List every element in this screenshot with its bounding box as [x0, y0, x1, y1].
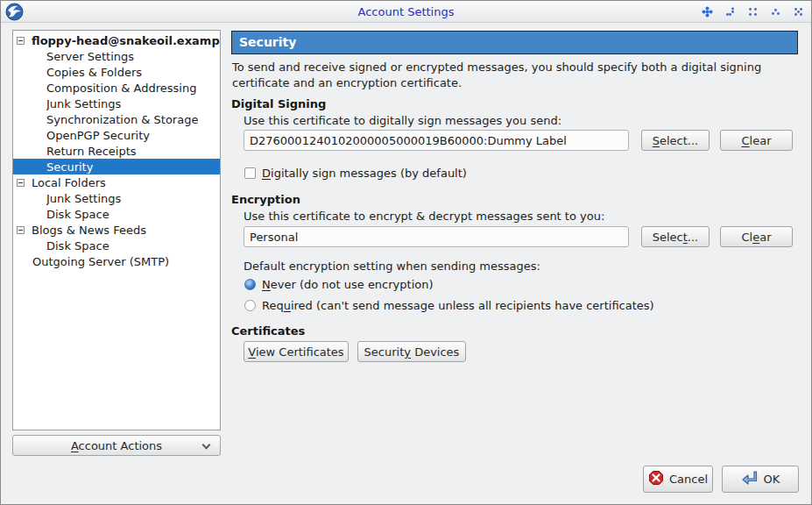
ok-icon: [741, 470, 759, 488]
sidebar-item-security[interactable]: Security: [13, 159, 220, 174]
chevron-down-icon: [202, 441, 211, 450]
collapse-icon[interactable]: [17, 226, 25, 234]
ok-label: OK: [764, 473, 780, 486]
cancel-button[interactable]: Cancel: [643, 466, 713, 493]
maximize-button[interactable]: [747, 6, 759, 18]
sidebar-item-local-disk-space[interactable]: Disk Space: [13, 206, 220, 222]
digitally-sign-label: Digitally sign messages (by default): [262, 167, 467, 180]
sidebar-item-composition-addressing[interactable]: Composition & Addressing: [13, 80, 220, 96]
collapse-icon[interactable]: [17, 37, 25, 45]
encryption-option-never: Never (do not use encryption): [244, 278, 434, 291]
signing-certificate-input[interactable]: [244, 130, 629, 151]
sidebar-item-outgoing-server[interactable]: Outgoing Server (SMTP): [13, 253, 220, 269]
default-encryption-label: Default encryption setting when sending …: [244, 260, 540, 273]
cancel-label: Cancel: [669, 473, 708, 486]
signing-select-button[interactable]: Select...: [641, 130, 710, 151]
radio-never-label: Never (do not use encryption): [262, 278, 434, 291]
encryption-clear-button[interactable]: Clear: [720, 226, 793, 247]
security-devices-button[interactable]: Security Devices: [357, 341, 466, 362]
radio-required[interactable]: [244, 300, 256, 311]
encryption-select-button[interactable]: Select...: [641, 226, 710, 247]
radio-required-label: Required (can't send message unless all …: [262, 299, 654, 312]
certificates-heading: Certificates: [231, 324, 305, 338]
ok-button[interactable]: OK: [722, 466, 799, 493]
account-tree: floppy-head@snakeoil.examp Server Settin…: [12, 30, 221, 430]
minimize-button[interactable]: [770, 6, 781, 18]
account-actions-button[interactable]: Account Actions: [12, 435, 221, 456]
panel-header: Security: [231, 31, 798, 54]
encryption-certificate-input[interactable]: [244, 226, 629, 247]
sidebar-item-junk-settings[interactable]: Junk Settings: [13, 96, 220, 111]
sidebar-item-openpgp-security[interactable]: OpenPGP Security: [13, 127, 220, 143]
intro-text: To send and receive signed or encrypted …: [232, 60, 786, 91]
sidebar-item-return-receipts[interactable]: Return Receipts: [13, 143, 220, 159]
sidebar-item-copies-folders[interactable]: Copies & Folders: [13, 64, 220, 80]
radio-never[interactable]: [244, 279, 256, 290]
encryption-hint: Use this certificate to encrypt & decryp…: [244, 210, 604, 223]
encryption-option-required: Required (can't send message unless all …: [244, 299, 654, 312]
digital-signing-heading: Digital Signing: [231, 97, 326, 110]
close-button[interactable]: [793, 6, 804, 18]
sidebar-item-blogs-news-feeds[interactable]: Blogs & News Feeds: [13, 222, 220, 238]
account-actions-label: Account Actions: [71, 439, 162, 452]
collapse-icon[interactable]: [17, 179, 25, 187]
sidebar-item-synchronization-storage[interactable]: Synchronization & Storage: [13, 111, 220, 127]
sidebar-item-local-folders[interactable]: Local Folders: [13, 174, 220, 190]
shade-button[interactable]: [724, 6, 736, 18]
window-title: Account Settings: [1, 1, 811, 23]
signing-clear-button[interactable]: Clear: [720, 130, 793, 151]
titlebar[interactable]: Account Settings: [1, 1, 811, 23]
view-certificates-button[interactable]: View Certificates: [244, 341, 349, 362]
cancel-icon: [648, 470, 664, 488]
sidebar-item-local-junk-settings[interactable]: Junk Settings: [13, 190, 220, 206]
sidebar-item-blogs-disk-space[interactable]: Disk Space: [13, 238, 220, 253]
sidebar-item-account[interactable]: floppy-head@snakeoil.examp: [13, 32, 220, 48]
encryption-heading: Encryption: [231, 193, 300, 206]
sidebar-item-server-settings[interactable]: Server Settings: [13, 48, 220, 64]
digitally-sign-option: Digitally sign messages (by default): [244, 167, 467, 180]
digitally-sign-checkbox[interactable]: [244, 167, 256, 179]
pin-button[interactable]: [702, 6, 713, 18]
digital-signing-hint: Use this certificate to digitally sign m…: [244, 114, 561, 127]
window-controls: [702, 1, 804, 23]
